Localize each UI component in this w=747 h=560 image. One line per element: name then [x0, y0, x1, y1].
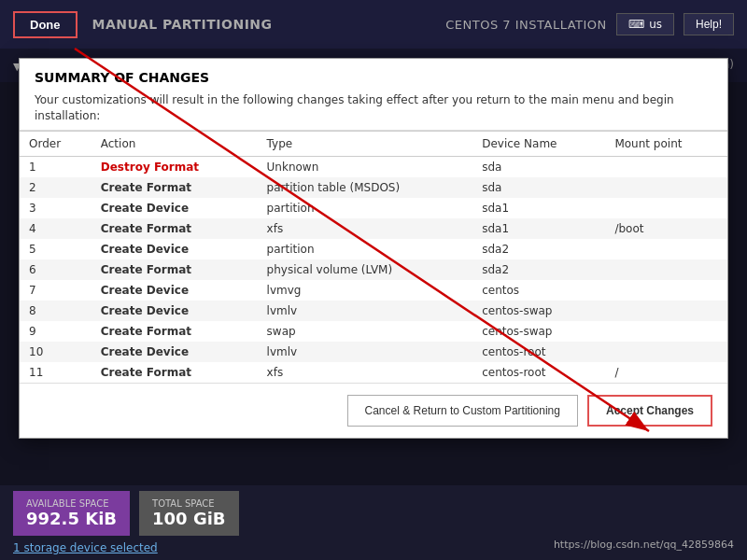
- cell-device: centos-swap: [472, 301, 605, 321]
- col-mount: Mount point: [605, 131, 727, 156]
- total-space-label: TOTAL SPACE: [152, 498, 226, 509]
- cell-device: sda2: [472, 239, 605, 259]
- cell-order: 11: [20, 362, 92, 383]
- col-order: Order: [20, 131, 92, 156]
- top-bar: Done MANUAL PARTITIONING CENTOS 7 INSTAL…: [0, 0, 747, 49]
- cell-order: 5: [20, 239, 92, 259]
- top-right: CENTOS 7 INSTALLATION ⌨ us Help!: [445, 13, 734, 35]
- cancel-button[interactable]: Cancel & Return to Custom Partitioning: [347, 395, 578, 427]
- modal-title: SUMMARY OF CHANGES: [35, 70, 712, 85]
- cell-device: sda1: [472, 198, 605, 218]
- modal-header: SUMMARY OF CHANGES Your customizations w…: [20, 59, 727, 131]
- cell-mount: [605, 259, 727, 280]
- cell-action: Create Device: [92, 239, 258, 259]
- cell-device: centos-root: [472, 362, 605, 383]
- cell-type: Unknown: [258, 156, 473, 177]
- url-display: https://blog.csdn.net/qq_42859864: [554, 539, 734, 553]
- cell-type: swap: [258, 321, 473, 342]
- available-space-value: 992.5 KiB: [26, 509, 117, 528]
- cell-action: Create Device: [92, 301, 258, 321]
- table-header-row: Order Action Type Device Name Mount poin…: [20, 131, 727, 156]
- available-space-label: AVAILABLE SPACE: [26, 498, 117, 509]
- cell-order: 6: [20, 259, 92, 280]
- keyboard-icon: ⌨: [628, 18, 644, 31]
- summary-modal: SUMMARY OF CHANGES Your customizations w…: [19, 58, 728, 439]
- cell-device: centos: [472, 280, 605, 301]
- cell-mount: [605, 198, 727, 218]
- cell-mount: /: [605, 362, 727, 383]
- cell-action: Create Device: [92, 198, 258, 218]
- cell-order: 10: [20, 342, 92, 362]
- cell-type: physical volume (LVM): [258, 259, 473, 280]
- cell-mount: [605, 280, 727, 301]
- changes-table: Order Action Type Device Name Mount poin…: [20, 131, 727, 383]
- installation-title: CENTOS 7 INSTALLATION: [445, 18, 607, 32]
- cell-device: sda: [472, 177, 605, 198]
- table-row: 7 Create Device lvmvg centos: [20, 280, 727, 301]
- table-row: 10 Create Device lvmlv centos-root: [20, 342, 727, 362]
- cell-order: 9: [20, 321, 92, 342]
- accept-changes-button[interactable]: Accept Changes: [587, 395, 712, 427]
- cell-type: lvmlv: [258, 342, 473, 362]
- available-space-card: AVAILABLE SPACE 992.5 KiB: [13, 491, 130, 536]
- top-left: Done MANUAL PARTITIONING: [13, 11, 273, 38]
- table-row: 1 Destroy Format Unknown sda: [20, 156, 727, 177]
- cell-action: Create Device: [92, 280, 258, 301]
- cell-action: Create Format: [92, 362, 258, 383]
- cell-device: centos-root: [472, 342, 605, 362]
- space-cards: AVAILABLE SPACE 992.5 KiB TOTAL SPACE 10…: [13, 491, 239, 536]
- cell-type: partition table (MSDOS): [258, 177, 473, 198]
- table-row: 8 Create Device lvmlv centos-swap: [20, 301, 727, 321]
- cell-type: xfs: [258, 218, 473, 239]
- table-row: 6 Create Format physical volume (LVM) sd…: [20, 259, 727, 280]
- cell-mount: [605, 342, 727, 362]
- bottom-bar: AVAILABLE SPACE 992.5 KiB TOTAL SPACE 10…: [0, 485, 747, 560]
- table-row: 3 Create Device partition sda1: [20, 198, 727, 218]
- keyboard-button[interactable]: ⌨ us: [616, 13, 674, 35]
- modal-overlay: SUMMARY OF CHANGES Your customizations w…: [0, 49, 747, 560]
- cell-action: Create Format: [92, 177, 258, 198]
- cell-order: 1: [20, 156, 92, 177]
- cell-mount: [605, 156, 727, 177]
- cell-mount: /boot: [605, 218, 727, 239]
- cell-action: Destroy Format: [92, 156, 258, 177]
- keyboard-label: us: [649, 18, 662, 31]
- cell-type: lvmlv: [258, 301, 473, 321]
- cell-mount: [605, 301, 727, 321]
- cell-device: sda2: [472, 259, 605, 280]
- table-row: 11 Create Format xfs centos-root /: [20, 362, 727, 383]
- cell-type: partition: [258, 198, 473, 218]
- total-space-value: 100 GiB: [152, 509, 226, 528]
- col-action: Action: [92, 131, 258, 156]
- total-space-card: TOTAL SPACE 100 GiB: [139, 491, 239, 536]
- cell-action: Create Format: [92, 218, 258, 239]
- done-button[interactable]: Done: [13, 11, 78, 38]
- cell-type: xfs: [258, 362, 473, 383]
- cell-order: 7: [20, 280, 92, 301]
- col-type: Type: [258, 131, 473, 156]
- cell-mount: [605, 177, 727, 198]
- help-button[interactable]: Help!: [684, 13, 734, 35]
- cell-order: 3: [20, 198, 92, 218]
- cell-mount: [605, 239, 727, 259]
- storage-device-link[interactable]: 1 storage device selected: [13, 541, 239, 554]
- cell-action: Create Format: [92, 259, 258, 280]
- cell-mount: [605, 321, 727, 342]
- cell-order: 2: [20, 177, 92, 198]
- cell-action: Create Device: [92, 342, 258, 362]
- table-row: 9 Create Format swap centos-swap: [20, 321, 727, 342]
- cell-order: 4: [20, 218, 92, 239]
- cell-order: 8: [20, 301, 92, 321]
- modal-description: Your customizations will result in the f…: [35, 92, 712, 124]
- table-row: 5 Create Device partition sda2: [20, 239, 727, 259]
- cell-type: partition: [258, 239, 473, 259]
- cell-device: sda: [472, 156, 605, 177]
- cell-action: Create Format: [92, 321, 258, 342]
- table-row: 2 Create Format partition table (MSDOS) …: [20, 177, 727, 198]
- cell-type: lvmvg: [258, 280, 473, 301]
- cell-device: centos-swap: [472, 321, 605, 342]
- col-device: Device Name: [472, 131, 605, 156]
- table-row: 4 Create Format xfs sda1 /boot: [20, 218, 727, 239]
- modal-footer: Cancel & Return to Custom Partitioning A…: [20, 383, 727, 438]
- page-title: MANUAL PARTITIONING: [92, 17, 273, 32]
